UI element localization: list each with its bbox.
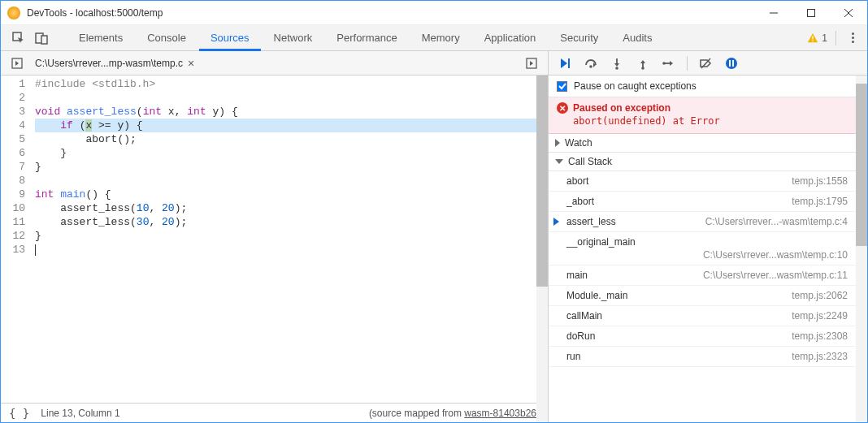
frame-location: C:\Users\rrever...-wasm\temp.c:4 bbox=[705, 216, 848, 227]
pause-on-exceptions-button[interactable] bbox=[720, 52, 743, 75]
error-icon: ✕ bbox=[557, 102, 568, 114]
frame-function: main bbox=[566, 270, 588, 281]
debugger-controls bbox=[549, 51, 867, 75]
source-map-info: (source mapped from wasm-81403b26) bbox=[369, 408, 540, 419]
tab-application[interactable]: Application bbox=[473, 25, 548, 51]
frame-location: C:\Users\rrever...wasm\temp.c:11 bbox=[703, 270, 848, 281]
callstack-label: Call Stack bbox=[568, 156, 612, 167]
warning-count: 1 bbox=[822, 32, 827, 44]
step-over-button[interactable] bbox=[579, 52, 602, 75]
deactivate-breakpoints-button[interactable] bbox=[694, 52, 717, 75]
frame-function: Module._main bbox=[566, 290, 627, 301]
stack-frame[interactable]: aborttemp.js:1558 bbox=[549, 171, 856, 192]
svg-rect-7 bbox=[813, 36, 814, 39]
minimize-button[interactable] bbox=[755, 1, 792, 25]
frame-function: assert_less bbox=[566, 216, 616, 227]
close-file-icon[interactable]: × bbox=[188, 57, 194, 70]
svg-point-16 bbox=[589, 65, 592, 68]
sidebar-scrollbar[interactable] bbox=[856, 76, 867, 422]
svg-rect-14 bbox=[568, 58, 570, 68]
sources-toolbar: C:\Users\rrever...mp-wasm\temp.c × bbox=[1, 51, 867, 76]
stack-frame[interactable]: mainC:\Users\rrever...wasm\temp.c:11 bbox=[549, 265, 856, 286]
frame-function: doRun bbox=[566, 330, 595, 342]
more-menu-icon[interactable] bbox=[844, 32, 861, 43]
watch-label: Watch bbox=[565, 137, 592, 149]
device-toolbar-icon[interactable] bbox=[30, 27, 53, 50]
pause-on-caught-row[interactable]: Pause on caught exceptions bbox=[549, 76, 856, 97]
tab-network[interactable]: Network bbox=[263, 25, 324, 51]
inspect-element-icon[interactable] bbox=[7, 27, 30, 50]
source-map-link[interactable]: wasm-81403b26 bbox=[464, 408, 536, 419]
frame-function: callMain bbox=[566, 310, 602, 322]
tab-performance[interactable]: Performance bbox=[325, 25, 408, 51]
frame-function: abort bbox=[566, 175, 588, 187]
stack-frame[interactable]: runtemp.js:2323 bbox=[549, 347, 856, 367]
stack-frame[interactable]: _aborttemp.js:1795 bbox=[549, 192, 856, 212]
window-title: DevTools - localhost:5000/temp bbox=[27, 7, 755, 19]
step-button[interactable] bbox=[658, 52, 680, 75]
tab-sources[interactable]: Sources bbox=[199, 25, 261, 51]
file-path: C:\Users\rrever...mp-wasm\temp.c bbox=[35, 58, 183, 69]
frame-location: temp.js:2308 bbox=[792, 330, 848, 342]
svg-marker-18 bbox=[614, 63, 619, 67]
code-editor[interactable]: 12345678910111213 #include <stdlib.h>voi… bbox=[1, 76, 548, 403]
step-into-button[interactable] bbox=[605, 52, 628, 75]
svg-point-25 bbox=[662, 62, 666, 65]
svg-marker-13 bbox=[561, 58, 567, 68]
svg-marker-10 bbox=[15, 61, 19, 66]
frame-location: temp.js:2323 bbox=[792, 351, 848, 362]
open-file-tab[interactable]: C:\Users\rrever...mp-wasm\temp.c × bbox=[28, 57, 201, 70]
warning-icon bbox=[807, 32, 818, 44]
pause-on-caught-checkbox[interactable] bbox=[557, 81, 567, 92]
tab-console[interactable]: Console bbox=[136, 25, 197, 51]
stack-frame[interactable]: assert_lessC:\Users\rrever...-wasm\temp.… bbox=[549, 212, 856, 232]
warning-badge[interactable]: 1 bbox=[807, 32, 827, 44]
svg-point-19 bbox=[615, 67, 618, 70]
svg-point-27 bbox=[726, 58, 737, 69]
panel-tabs: ElementsConsoleSourcesNetworkPerformance… bbox=[67, 25, 663, 51]
titlebar: DevTools - localhost:5000/temp bbox=[1, 1, 867, 25]
app-icon bbox=[7, 6, 20, 19]
svg-marker-24 bbox=[670, 61, 673, 66]
tab-memory[interactable]: Memory bbox=[410, 25, 471, 51]
stack-frame[interactable]: __original_mainC:\Users\rrever...wasm\te… bbox=[549, 232, 856, 265]
chevron-right-icon bbox=[555, 139, 560, 147]
devtools-tabbar: ElementsConsoleSourcesNetworkPerformance… bbox=[1, 25, 867, 51]
pause-on-caught-label: Pause on caught exceptions bbox=[574, 80, 697, 92]
stack-frame[interactable]: callMaintemp.js:2249 bbox=[549, 306, 856, 326]
svg-rect-6 bbox=[41, 36, 47, 44]
frame-location: temp.js:2249 bbox=[792, 310, 848, 322]
stack-frame[interactable]: doRuntemp.js:2308 bbox=[549, 326, 856, 347]
frame-location: temp.js:1558 bbox=[792, 175, 848, 187]
svg-marker-21 bbox=[640, 60, 645, 63]
editor-pane: 12345678910111213 #include <stdlib.h>voi… bbox=[1, 76, 549, 422]
svg-point-22 bbox=[641, 67, 644, 70]
svg-marker-12 bbox=[530, 61, 533, 66]
more-tabs-icon[interactable] bbox=[520, 58, 543, 69]
editor-scrollbar[interactable] bbox=[536, 76, 548, 403]
tab-audits[interactable]: Audits bbox=[611, 25, 663, 51]
watch-section-header[interactable]: Watch bbox=[549, 134, 856, 153]
tab-elements[interactable]: Elements bbox=[67, 25, 134, 51]
frame-function: __original_main bbox=[566, 236, 636, 248]
tab-security[interactable]: Security bbox=[549, 25, 610, 51]
svg-rect-8 bbox=[813, 40, 814, 41]
close-button[interactable] bbox=[830, 1, 867, 25]
step-out-button[interactable] bbox=[631, 52, 654, 75]
frame-location: temp.js:1795 bbox=[792, 196, 848, 207]
editor-statusbar: { } Line 13, Column 1 (source mapped fro… bbox=[1, 403, 548, 422]
callstack-frames: aborttemp.js:1558_aborttemp.js:1795asser… bbox=[549, 171, 856, 367]
maximize-button[interactable] bbox=[792, 1, 830, 25]
resume-button[interactable] bbox=[553, 52, 576, 75]
frame-location: C:\Users\rrever...wasm\temp.c:10 bbox=[566, 249, 848, 261]
navigator-toggle-icon[interactable] bbox=[6, 58, 28, 69]
cursor-position: Line 13, Column 1 bbox=[41, 408, 119, 419]
window-controls bbox=[755, 1, 867, 25]
exception-title: Paused on exception bbox=[573, 102, 671, 114]
svg-rect-1 bbox=[808, 9, 815, 16]
stack-frame[interactable]: Module._maintemp.js:2062 bbox=[549, 286, 856, 306]
callstack-section-header[interactable]: Call Stack bbox=[549, 153, 856, 171]
svg-rect-28 bbox=[729, 60, 731, 67]
pretty-print-icon[interactable]: { } bbox=[9, 407, 29, 420]
code-content[interactable]: #include <stdlib.h>void assert_less(int … bbox=[32, 76, 548, 403]
